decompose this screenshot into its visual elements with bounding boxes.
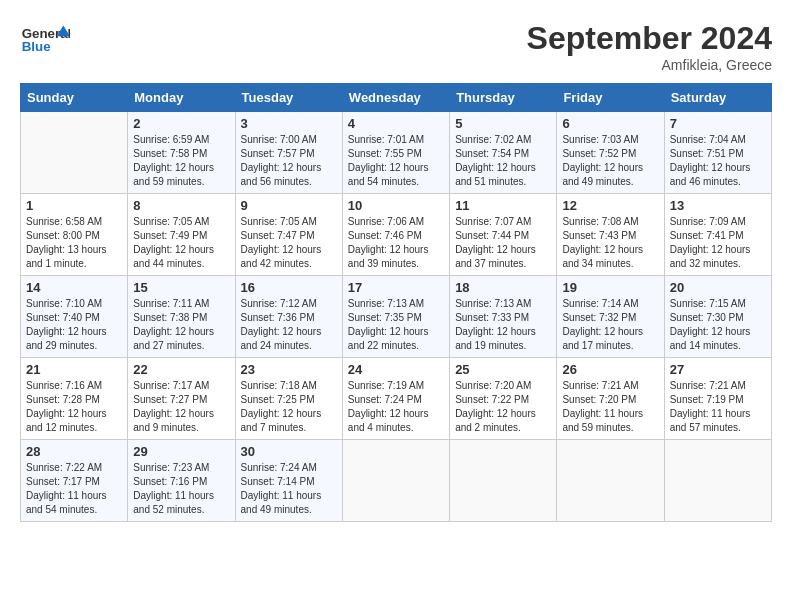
header-day-tuesday: Tuesday <box>235 84 342 112</box>
day-number: 20 <box>670 280 766 295</box>
calendar-cell: 28Sunrise: 7:22 AM Sunset: 7:17 PM Dayli… <box>21 440 128 522</box>
month-title: September 2024 <box>527 20 772 57</box>
day-info: Sunrise: 7:19 AM Sunset: 7:24 PM Dayligh… <box>348 379 444 435</box>
day-info: Sunrise: 7:00 AM Sunset: 7:57 PM Dayligh… <box>241 133 337 189</box>
header-day-wednesday: Wednesday <box>342 84 449 112</box>
day-info: Sunrise: 7:09 AM Sunset: 7:41 PM Dayligh… <box>670 215 766 271</box>
calendar-cell: 16Sunrise: 7:12 AM Sunset: 7:36 PM Dayli… <box>235 276 342 358</box>
day-info: Sunrise: 7:04 AM Sunset: 7:51 PM Dayligh… <box>670 133 766 189</box>
day-number: 17 <box>348 280 444 295</box>
day-info: Sunrise: 7:10 AM Sunset: 7:40 PM Dayligh… <box>26 297 122 353</box>
calendar-week-3: 21Sunrise: 7:16 AM Sunset: 7:28 PM Dayli… <box>21 358 772 440</box>
logo: General Blue <box>20 20 72 60</box>
day-number: 6 <box>562 116 658 131</box>
header-day-saturday: Saturday <box>664 84 771 112</box>
calendar-week-1: 1Sunrise: 6:58 AM Sunset: 8:00 PM Daylig… <box>21 194 772 276</box>
calendar-cell: 30Sunrise: 7:24 AM Sunset: 7:14 PM Dayli… <box>235 440 342 522</box>
day-number: 25 <box>455 362 551 377</box>
day-info: Sunrise: 7:03 AM Sunset: 7:52 PM Dayligh… <box>562 133 658 189</box>
day-number: 2 <box>133 116 229 131</box>
day-info: Sunrise: 7:01 AM Sunset: 7:55 PM Dayligh… <box>348 133 444 189</box>
calendar-cell: 10Sunrise: 7:06 AM Sunset: 7:46 PM Dayli… <box>342 194 449 276</box>
calendar-table: SundayMondayTuesdayWednesdayThursdayFrid… <box>20 83 772 522</box>
calendar-cell: 2Sunrise: 6:59 AM Sunset: 7:58 PM Daylig… <box>128 112 235 194</box>
calendar-cell: 6Sunrise: 7:03 AM Sunset: 7:52 PM Daylig… <box>557 112 664 194</box>
calendar-cell: 24Sunrise: 7:19 AM Sunset: 7:24 PM Dayli… <box>342 358 449 440</box>
day-number: 15 <box>133 280 229 295</box>
calendar-cell: 8Sunrise: 7:05 AM Sunset: 7:49 PM Daylig… <box>128 194 235 276</box>
header-day-thursday: Thursday <box>450 84 557 112</box>
day-number: 21 <box>26 362 122 377</box>
calendar-cell: 26Sunrise: 7:21 AM Sunset: 7:20 PM Dayli… <box>557 358 664 440</box>
day-number: 16 <box>241 280 337 295</box>
day-info: Sunrise: 7:07 AM Sunset: 7:44 PM Dayligh… <box>455 215 551 271</box>
page-header: General Blue September 2024 Amfikleia, G… <box>20 20 772 73</box>
calendar-cell <box>450 440 557 522</box>
day-number: 4 <box>348 116 444 131</box>
calendar-cell: 29Sunrise: 7:23 AM Sunset: 7:16 PM Dayli… <box>128 440 235 522</box>
day-number: 24 <box>348 362 444 377</box>
day-number: 5 <box>455 116 551 131</box>
day-number: 19 <box>562 280 658 295</box>
calendar-cell: 27Sunrise: 7:21 AM Sunset: 7:19 PM Dayli… <box>664 358 771 440</box>
day-info: Sunrise: 7:23 AM Sunset: 7:16 PM Dayligh… <box>133 461 229 517</box>
day-number: 26 <box>562 362 658 377</box>
day-info: Sunrise: 7:13 AM Sunset: 7:33 PM Dayligh… <box>455 297 551 353</box>
calendar-cell: 25Sunrise: 7:20 AM Sunset: 7:22 PM Dayli… <box>450 358 557 440</box>
calendar-cell: 14Sunrise: 7:10 AM Sunset: 7:40 PM Dayli… <box>21 276 128 358</box>
calendar-cell: 9Sunrise: 7:05 AM Sunset: 7:47 PM Daylig… <box>235 194 342 276</box>
header-row: SundayMondayTuesdayWednesdayThursdayFrid… <box>21 84 772 112</box>
calendar-cell: 23Sunrise: 7:18 AM Sunset: 7:25 PM Dayli… <box>235 358 342 440</box>
calendar-cell <box>342 440 449 522</box>
calendar-cell: 11Sunrise: 7:07 AM Sunset: 7:44 PM Dayli… <box>450 194 557 276</box>
header-day-monday: Monday <box>128 84 235 112</box>
calendar-cell: 4Sunrise: 7:01 AM Sunset: 7:55 PM Daylig… <box>342 112 449 194</box>
calendar-cell: 15Sunrise: 7:11 AM Sunset: 7:38 PM Dayli… <box>128 276 235 358</box>
day-number: 1 <box>26 198 122 213</box>
day-info: Sunrise: 7:16 AM Sunset: 7:28 PM Dayligh… <box>26 379 122 435</box>
calendar-cell: 18Sunrise: 7:13 AM Sunset: 7:33 PM Dayli… <box>450 276 557 358</box>
calendar-week-2: 14Sunrise: 7:10 AM Sunset: 7:40 PM Dayli… <box>21 276 772 358</box>
calendar-cell: 22Sunrise: 7:17 AM Sunset: 7:27 PM Dayli… <box>128 358 235 440</box>
day-number: 23 <box>241 362 337 377</box>
svg-text:Blue: Blue <box>22 39 51 54</box>
day-number: 22 <box>133 362 229 377</box>
location: Amfikleia, Greece <box>527 57 772 73</box>
day-info: Sunrise: 6:59 AM Sunset: 7:58 PM Dayligh… <box>133 133 229 189</box>
day-info: Sunrise: 7:08 AM Sunset: 7:43 PM Dayligh… <box>562 215 658 271</box>
day-number: 11 <box>455 198 551 213</box>
day-number: 28 <box>26 444 122 459</box>
day-info: Sunrise: 7:13 AM Sunset: 7:35 PM Dayligh… <box>348 297 444 353</box>
calendar-cell <box>21 112 128 194</box>
day-info: Sunrise: 7:05 AM Sunset: 7:47 PM Dayligh… <box>241 215 337 271</box>
day-info: Sunrise: 7:24 AM Sunset: 7:14 PM Dayligh… <box>241 461 337 517</box>
day-number: 10 <box>348 198 444 213</box>
day-number: 18 <box>455 280 551 295</box>
title-block: September 2024 Amfikleia, Greece <box>527 20 772 73</box>
calendar-week-0: 2Sunrise: 6:59 AM Sunset: 7:58 PM Daylig… <box>21 112 772 194</box>
day-info: Sunrise: 7:22 AM Sunset: 7:17 PM Dayligh… <box>26 461 122 517</box>
day-info: Sunrise: 7:11 AM Sunset: 7:38 PM Dayligh… <box>133 297 229 353</box>
calendar-cell: 12Sunrise: 7:08 AM Sunset: 7:43 PM Dayli… <box>557 194 664 276</box>
day-info: Sunrise: 6:58 AM Sunset: 8:00 PM Dayligh… <box>26 215 122 271</box>
calendar-cell: 5Sunrise: 7:02 AM Sunset: 7:54 PM Daylig… <box>450 112 557 194</box>
day-info: Sunrise: 7:14 AM Sunset: 7:32 PM Dayligh… <box>562 297 658 353</box>
day-number: 30 <box>241 444 337 459</box>
day-info: Sunrise: 7:15 AM Sunset: 7:30 PM Dayligh… <box>670 297 766 353</box>
calendar-cell: 21Sunrise: 7:16 AM Sunset: 7:28 PM Dayli… <box>21 358 128 440</box>
calendar-cell: 1Sunrise: 6:58 AM Sunset: 8:00 PM Daylig… <box>21 194 128 276</box>
header-day-sunday: Sunday <box>21 84 128 112</box>
day-info: Sunrise: 7:21 AM Sunset: 7:20 PM Dayligh… <box>562 379 658 435</box>
calendar-cell: 3Sunrise: 7:00 AM Sunset: 7:57 PM Daylig… <box>235 112 342 194</box>
header-day-friday: Friday <box>557 84 664 112</box>
calendar-cell <box>664 440 771 522</box>
day-number: 7 <box>670 116 766 131</box>
calendar-cell: 7Sunrise: 7:04 AM Sunset: 7:51 PM Daylig… <box>664 112 771 194</box>
day-info: Sunrise: 7:21 AM Sunset: 7:19 PM Dayligh… <box>670 379 766 435</box>
day-info: Sunrise: 7:06 AM Sunset: 7:46 PM Dayligh… <box>348 215 444 271</box>
day-number: 8 <box>133 198 229 213</box>
calendar-cell: 17Sunrise: 7:13 AM Sunset: 7:35 PM Dayli… <box>342 276 449 358</box>
day-number: 3 <box>241 116 337 131</box>
day-number: 12 <box>562 198 658 213</box>
calendar-cell: 20Sunrise: 7:15 AM Sunset: 7:30 PM Dayli… <box>664 276 771 358</box>
